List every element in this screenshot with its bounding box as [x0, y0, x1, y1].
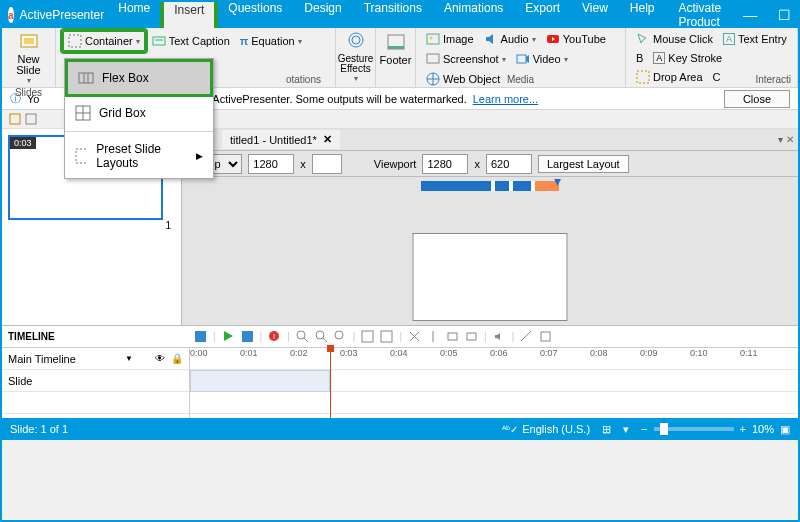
menu-flex-box[interactable]: Flex Box	[65, 59, 213, 97]
zoom-value: 10%	[752, 423, 774, 435]
notice-close-button[interactable]: Close	[724, 90, 790, 108]
tick: 0:10	[690, 348, 740, 369]
learn-more-link[interactable]: Learn more...	[473, 93, 538, 105]
container-label: Container	[85, 35, 133, 47]
flex-label: Flex Box	[102, 71, 149, 85]
empty-track-row	[190, 392, 798, 414]
tl-sep5: |	[399, 331, 402, 342]
svg-rect-12	[427, 54, 439, 63]
width-input[interactable]	[248, 154, 294, 174]
svg-line-30	[304, 338, 308, 342]
time-ruler: 0:00 0:01 0:02 0:03 0:04 0:05 0:06 0:07 …	[190, 348, 798, 370]
screenshot-button[interactable]: Screenshot▾	[422, 50, 510, 68]
key-stroke-button[interactable]: AKey Stroke	[649, 50, 726, 66]
equation-label: Equation	[251, 35, 294, 47]
stop-icon[interactable]	[241, 330, 254, 343]
mouse-click-button[interactable]: Mouse Click	[632, 30, 717, 48]
cut-icon[interactable]	[408, 330, 421, 343]
maximize-button[interactable]: ☐	[767, 2, 800, 28]
misc1-icon[interactable]	[520, 330, 533, 343]
eye-icon[interactable]: 👁	[155, 353, 165, 364]
app-name: ActivePresenter	[20, 8, 105, 22]
svg-rect-38	[467, 333, 476, 340]
track-area[interactable]: 0:00 0:01 0:02 0:03 0:04 0:05 0:06 0:07 …	[190, 348, 798, 418]
doc-tab-1[interactable]: titled1 - Untitled1* ✕	[222, 130, 340, 149]
view-mode-dropdown[interactable]: ▾	[623, 423, 629, 436]
image-icon	[426, 32, 440, 46]
svg-rect-2	[69, 35, 81, 47]
b-button[interactable]: B	[632, 50, 647, 66]
b-label: B	[636, 52, 643, 64]
new-slide-button[interactable]: New Slide▾	[8, 30, 49, 87]
vp-width-input[interactable]	[422, 154, 468, 174]
tick: 0:07	[540, 348, 590, 369]
equation-button[interactable]: π Equation▾	[236, 30, 306, 52]
youtube-button[interactable]: YouTube	[542, 30, 610, 48]
zoom-fit-icon[interactable]: ▣	[780, 423, 790, 436]
track-slide[interactable]: Slide	[2, 370, 189, 392]
svg-point-33	[335, 331, 343, 339]
timeline-header: TIMELINE | | ! | | | | |	[2, 326, 798, 348]
minimize-button[interactable]: —	[733, 2, 767, 28]
container-button[interactable]: Container▾	[62, 30, 146, 52]
doc-tab-close[interactable]: ✕	[323, 133, 332, 146]
tick: 0:01	[240, 348, 290, 369]
menu-separator	[65, 131, 213, 132]
video-button[interactable]: Video▾	[512, 50, 572, 68]
zoom-minus[interactable]: −	[641, 423, 647, 435]
chevron-down-icon: ▼	[125, 354, 133, 363]
image-button[interactable]: Image	[422, 30, 478, 48]
svg-rect-8	[388, 46, 404, 49]
largest-layout-button[interactable]: Largest Layout	[538, 155, 629, 173]
snap2-icon[interactable]	[380, 330, 393, 343]
zoom-knob[interactable]	[660, 423, 668, 435]
menu-grid-box[interactable]: Grid Box	[65, 97, 213, 129]
snap-icon[interactable]	[361, 330, 374, 343]
slide-canvas[interactable]	[413, 233, 568, 321]
language-selector[interactable]: ᴬᵇ✓ English (U.S.)	[502, 423, 590, 435]
text-caption-button[interactable]: Text Caption	[148, 30, 234, 52]
split-icon[interactable]	[427, 330, 440, 343]
zoom-plus[interactable]: +	[740, 423, 746, 435]
height-input[interactable]	[312, 154, 342, 174]
volume-icon[interactable]	[493, 330, 506, 343]
qat-icon2[interactable]	[24, 112, 38, 126]
qat-icon1[interactable]	[8, 112, 22, 126]
footer-button[interactable]: Footer	[382, 30, 409, 68]
lock-icon[interactable]: 🔒	[171, 353, 183, 364]
vp-height-input[interactable]	[486, 154, 532, 174]
tl-start-icon[interactable]	[194, 330, 207, 343]
trim-icon[interactable]	[446, 330, 459, 343]
zoom-in-icon[interactable]	[296, 330, 309, 343]
svg-rect-1	[24, 38, 34, 44]
responsive-indicator[interactable]: ▾	[421, 181, 559, 191]
tick: 0:03	[340, 348, 390, 369]
gesture-icon	[345, 32, 367, 54]
main-timeline-label: Main Timeline	[8, 353, 76, 365]
zoom-slider[interactable]	[654, 427, 734, 431]
zoom-out-icon[interactable]	[315, 330, 328, 343]
track-main[interactable]: Main Timeline▼👁🔒	[2, 348, 189, 370]
zoom-fit-icon[interactable]	[334, 330, 347, 343]
lang-icon: ᴬᵇ✓	[502, 424, 518, 435]
audio-button[interactable]: Audio▾	[480, 30, 540, 48]
misc2-icon[interactable]	[539, 330, 552, 343]
grid-label: Grid Box	[99, 106, 146, 120]
group-interaction: Interacti	[632, 74, 791, 85]
trim2-icon[interactable]	[465, 330, 478, 343]
menu-preset-layouts[interactable]: Preset Slide Layouts ▶	[65, 134, 213, 178]
playhead[interactable]	[330, 348, 331, 418]
play-icon[interactable]	[222, 330, 235, 343]
tl-sep3: |	[287, 331, 290, 342]
gesture-label: Gesture Effects	[338, 54, 374, 74]
x-label2: x	[474, 158, 480, 170]
text-caption-icon	[152, 34, 166, 48]
slide-clip[interactable]	[190, 370, 330, 392]
text-entry-button[interactable]: AText Entry	[719, 30, 791, 48]
app-icon: a	[8, 7, 14, 23]
gesture-effects-button[interactable]: Gesture Effects▾	[342, 30, 369, 85]
view-mode-icon[interactable]: ⊞	[602, 423, 611, 436]
record-icon[interactable]: !	[268, 330, 281, 343]
text-entry-label: Text Entry	[738, 33, 787, 45]
doc-tabs-menu[interactable]: ▾ ✕	[778, 134, 798, 145]
